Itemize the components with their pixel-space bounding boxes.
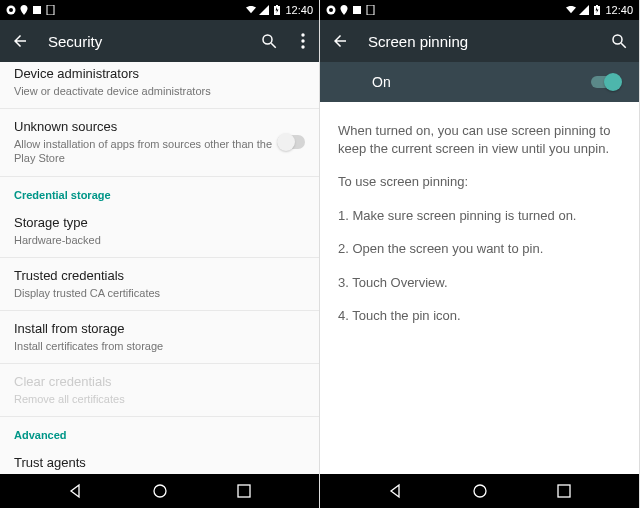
wifi-icon <box>566 5 576 15</box>
sd-icon <box>352 5 362 15</box>
svg-rect-3 <box>47 5 54 15</box>
status-bar: 12:40 <box>0 0 319 20</box>
nav-home[interactable] <box>470 481 490 501</box>
svg-point-8 <box>301 33 304 36</box>
toggle-unknown-sources[interactable] <box>277 135 305 149</box>
desc-step-3: 3. Touch Overview. <box>338 274 621 292</box>
nav-bar <box>0 474 319 508</box>
nav-home[interactable] <box>150 481 170 501</box>
desc-intro: When turned on, you can use screen pinni… <box>338 122 621 157</box>
nav-back[interactable] <box>385 481 405 501</box>
svg-rect-5 <box>276 5 278 6</box>
svg-point-19 <box>613 35 622 44</box>
page-title: Security <box>48 33 241 50</box>
svg-line-20 <box>621 43 626 48</box>
battery-icon <box>592 5 602 15</box>
nav-overview[interactable] <box>554 481 574 501</box>
item-sub: Hardware-backed <box>14 233 305 247</box>
appbar: Security <box>0 20 319 62</box>
item-clear-credentials: Clear credentials Remove all certificate… <box>0 364 319 417</box>
item-title: Trusted credentials <box>14 268 305 285</box>
svg-rect-16 <box>367 5 374 15</box>
item-unknown-sources[interactable]: Unknown sources Allow installation of ap… <box>0 109 319 176</box>
notif-icon <box>326 5 336 15</box>
back-button[interactable] <box>10 31 30 51</box>
status-bar: 12:40 <box>320 0 639 20</box>
item-sub: View or deactivate device administrators <box>14 84 305 98</box>
status-time: 12:40 <box>605 4 633 16</box>
svg-line-7 <box>271 43 276 48</box>
item-title: Storage type <box>14 215 305 232</box>
back-button[interactable] <box>330 31 350 51</box>
svg-rect-22 <box>558 485 570 497</box>
search-button[interactable] <box>609 31 629 51</box>
item-sub: Install certificates from storage <box>14 339 305 353</box>
wifi-icon <box>246 5 256 15</box>
description-panel: When turned on, you can use screen pinni… <box>320 102 639 474</box>
header-credential-storage: Credential storage <box>0 177 319 205</box>
item-install-from-storage[interactable]: Install from storage Install certificate… <box>0 311 319 364</box>
pinning-toggle-row[interactable]: On <box>320 62 639 102</box>
item-title: Unknown sources <box>14 119 277 136</box>
item-title: Install from storage <box>14 321 305 338</box>
search-button[interactable] <box>259 31 279 51</box>
settings-list[interactable]: Device administrators View or deactivate… <box>0 62 319 474</box>
location-icon <box>19 5 29 15</box>
svg-rect-15 <box>353 6 361 14</box>
item-trust-agents[interactable]: Trust agents View or deactivate trust ag… <box>0 445 319 474</box>
svg-point-21 <box>474 485 486 497</box>
appbar: Screen pinning <box>320 20 639 62</box>
overflow-button[interactable] <box>297 31 309 51</box>
svg-rect-2 <box>33 6 41 14</box>
toggle-screen-pinning[interactable] <box>591 76 619 88</box>
svg-rect-18 <box>596 5 598 6</box>
nav-overview[interactable] <box>234 481 254 501</box>
status-time: 12:40 <box>285 4 313 16</box>
svg-point-9 <box>301 39 304 42</box>
svg-rect-12 <box>238 485 250 497</box>
screenshot-icon <box>45 5 55 15</box>
header-advanced: Advanced <box>0 417 319 445</box>
page-title: Screen pinning <box>368 33 591 50</box>
item-title: Clear credentials <box>14 374 305 391</box>
desc-step-1: 1. Make sure screen pinning is turned on… <box>338 207 621 225</box>
svg-point-14 <box>329 8 333 12</box>
svg-point-10 <box>301 45 304 48</box>
item-sub: Allow installation of apps from sources … <box>14 137 277 166</box>
svg-point-11 <box>154 485 166 497</box>
sd-icon <box>32 5 42 15</box>
nav-bar <box>320 474 639 508</box>
item-title: Device administrators <box>14 66 305 83</box>
svg-point-6 <box>263 35 272 44</box>
signal-icon <box>259 5 269 15</box>
item-sub: Remove all certificates <box>14 392 305 406</box>
screen-security: 12:40 Security Device administrators Vie… <box>0 0 320 508</box>
location-icon <box>339 5 349 15</box>
desc-step-4: 4. Touch the pin icon. <box>338 307 621 325</box>
item-storage-type[interactable]: Storage type Hardware-backed <box>0 205 319 258</box>
nav-back[interactable] <box>65 481 85 501</box>
svg-point-1 <box>9 8 13 12</box>
item-trusted-credentials[interactable]: Trusted credentials Display trusted CA c… <box>0 258 319 311</box>
battery-icon <box>272 5 282 15</box>
desc-step-2: 2. Open the screen you want to pin. <box>338 240 621 258</box>
screen-pinning: 12:40 Screen pinning On When turned on, … <box>320 0 640 508</box>
desc-howto: To use screen pinning: <box>338 173 621 191</box>
signal-icon <box>579 5 589 15</box>
item-device-administrators[interactable]: Device administrators View or deactivate… <box>0 62 319 109</box>
notif-icon <box>6 5 16 15</box>
item-title: Trust agents <box>14 455 305 472</box>
toggle-label: On <box>340 74 591 90</box>
screenshot-icon <box>365 5 375 15</box>
item-sub: Display trusted CA certificates <box>14 286 305 300</box>
